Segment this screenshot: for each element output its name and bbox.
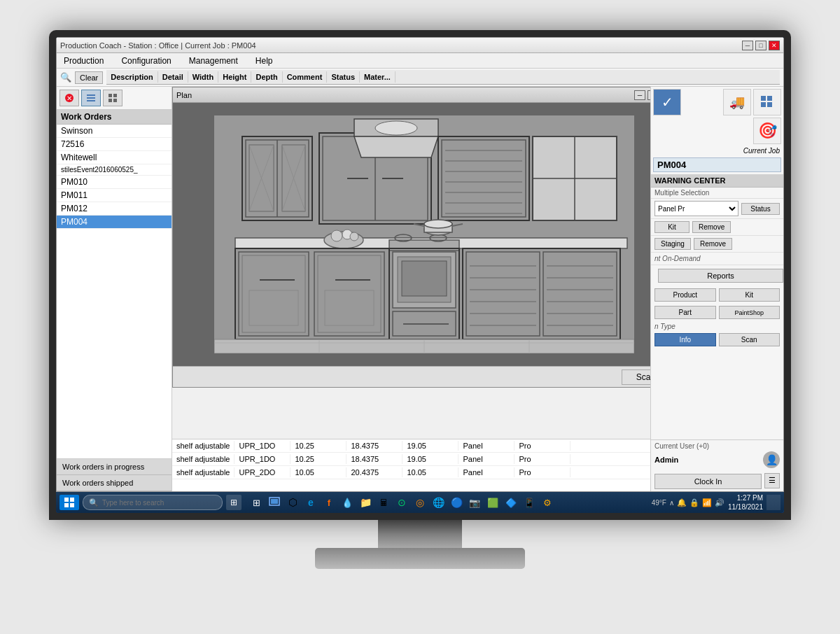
work-order-pm011[interactable]: PM011: [57, 189, 172, 202]
taskbar-icon-12[interactable]: 🔷: [503, 495, 519, 510]
remove-button-2[interactable]: Remove: [694, 238, 732, 250]
work-order-pm004[interactable]: PM004: [57, 216, 172, 229]
taskbar-icon-14[interactable]: ⚙: [540, 495, 555, 510]
menu-configuration[interactable]: Configuration: [118, 55, 174, 67]
taskbar-icon-6[interactable]: 🖩: [376, 495, 391, 510]
menu-bar: Production Configuration Management Help: [57, 53, 783, 69]
scan-type-button[interactable]: Scan: [719, 333, 780, 346]
taskbar-icon-5[interactable]: 📁: [358, 495, 373, 510]
close-sidebar-btn[interactable]: ✕: [59, 90, 79, 106]
check-icon-btn[interactable]: ✓: [653, 89, 681, 115]
plan-controls: ─ □ ✕: [634, 90, 650, 100]
svg-point-26: [375, 121, 417, 135]
remove-button-1[interactable]: Remove: [692, 221, 731, 233]
view-grid-btn[interactable]: [103, 90, 122, 106]
truck-icon-btn[interactable]: 🚚: [723, 89, 751, 115]
time-display: 1:27 PM: [728, 493, 763, 502]
search-icon: 🔍: [89, 498, 99, 507]
tray-icon-5: 🔊: [715, 498, 724, 507]
taskbar-icon-8[interactable]: ◎: [412, 495, 428, 510]
title-bar-controls: ─ □ ✕: [742, 41, 780, 50]
reports-button[interactable]: Reports: [658, 269, 783, 283]
work-order-pm012[interactable]: PM012: [57, 202, 172, 216]
col-comment: Comment: [283, 71, 328, 83]
current-user-label: Current User (+0): [654, 442, 780, 450]
clock-in-button[interactable]: Clock In: [654, 474, 762, 489]
work-order-stiles[interactable]: stilesEvent2016060525_: [57, 164, 172, 176]
plan-title: Plan: [176, 91, 192, 99]
maximize-button[interactable]: □: [755, 41, 766, 50]
list-icon[interactable]: ☰: [764, 473, 780, 488]
search-bar[interactable]: 🔍: [83, 495, 223, 510]
work-order-whitewell[interactable]: Whitewell: [57, 151, 172, 164]
job-number: PM004: [653, 157, 781, 172]
menu-management[interactable]: Management: [186, 55, 241, 67]
start-button[interactable]: [59, 495, 79, 510]
taskbar-icon-7[interactable]: ⊙: [394, 495, 410, 510]
plan-minimize-btn[interactable]: ─: [634, 90, 645, 100]
work-orders-shipped-button[interactable]: Work orders shipped: [57, 475, 172, 491]
clear-button[interactable]: Clear: [75, 71, 103, 84]
close-button[interactable]: ✕: [769, 41, 780, 50]
staging-button[interactable]: Staging: [654, 238, 691, 250]
monitor-container: Production Coach - Station : Office | Cu…: [35, 30, 805, 604]
svg-rect-64: [402, 261, 447, 296]
view-list-btn[interactable]: [81, 90, 101, 106]
row3-height: 20.4375: [346, 467, 402, 477]
svg-point-41: [331, 230, 342, 241]
status-button[interactable]: Status: [741, 203, 780, 215]
paintshop-button[interactable]: PaintShop: [719, 306, 780, 319]
show-desktop-btn[interactable]: [766, 495, 780, 510]
clock-display[interactable]: 1:27 PM 11/18/2021: [728, 493, 763, 512]
staging-row: Staging Remove: [651, 236, 783, 253]
taskbar-icon-apps[interactable]: ⊞: [248, 495, 264, 510]
col-depth: Depth: [251, 71, 282, 83]
current-job-label: Current Job: [651, 146, 783, 155]
taskbar-icon-office[interactable]: ⬡: [285, 495, 300, 510]
current-user-section: Current User (+0) Admin 👤 Clock In ☰: [651, 439, 783, 491]
data-table: shelf adjustable UPR_1DO 10.25 18.4375 1…: [172, 439, 650, 491]
taskbar-icon-3[interactable]: f: [321, 495, 337, 510]
monitor-stand-neck: [378, 520, 462, 548]
work-order-pm010[interactable]: PM010: [57, 176, 172, 189]
minimize-button[interactable]: ─: [742, 41, 753, 50]
warning-center-label: WARNING CENTER: [651, 174, 783, 188]
kit-button[interactable]: Kit: [654, 221, 690, 233]
svg-rect-2: [87, 94, 95, 96]
info-button[interactable]: Info: [654, 333, 716, 346]
panel-pr-select[interactable]: Panel Pr: [654, 201, 738, 216]
menu-help[interactable]: Help: [252, 55, 276, 67]
taskbar-icon-11[interactable]: 🟩: [485, 495, 500, 510]
menu-production[interactable]: Production: [60, 55, 107, 67]
svg-marker-25: [354, 136, 438, 157]
search-input[interactable]: [102, 499, 216, 507]
part-button[interactable]: Part: [654, 306, 716, 319]
row2-depth: 19.05: [402, 454, 458, 464]
taskbar-icon-4[interactable]: 💧: [340, 495, 355, 510]
print-on-demand-label: nt On-Demand: [651, 253, 783, 265]
product-button[interactable]: Product: [654, 288, 716, 302]
taskbar-icon-chrome[interactable]: 🔵: [449, 495, 464, 510]
row3-width: 10.05: [290, 467, 346, 477]
task-view-btn[interactable]: ⊞: [226, 495, 241, 510]
kit-button-2[interactable]: Kit: [719, 288, 780, 302]
warning-icon[interactable]: 🎯: [753, 118, 781, 144]
monitor-bezel: Production Coach - Station : Office | Cu…: [49, 30, 791, 520]
col-status: Status: [327, 71, 360, 83]
col-height: Height: [218, 71, 251, 83]
work-order-72516[interactable]: 72516: [57, 138, 172, 151]
work-orders-progress-button[interactable]: Work orders in progress: [57, 459, 172, 475]
taskbar-icon-9[interactable]: 🌐: [430, 495, 446, 510]
taskbar-icon-13[interactable]: 📱: [522, 495, 537, 510]
taskbar-icon-1[interactable]: [267, 495, 282, 510]
taskbar-icon-edge[interactable]: e: [303, 495, 318, 510]
scan-button[interactable]: Scan: [622, 369, 650, 385]
work-order-swinson[interactable]: Swinson: [57, 125, 172, 138]
grid-icon-btn[interactable]: [753, 89, 781, 115]
svg-rect-93: [64, 503, 69, 507]
svg-rect-89: [761, 102, 766, 107]
taskbar-icon-10[interactable]: 📷: [467, 495, 482, 510]
row2-desc: shelf adjustable: [172, 454, 234, 464]
plan-restore-btn[interactable]: □: [648, 90, 650, 100]
plan-bottom: Scan: [173, 366, 650, 387]
